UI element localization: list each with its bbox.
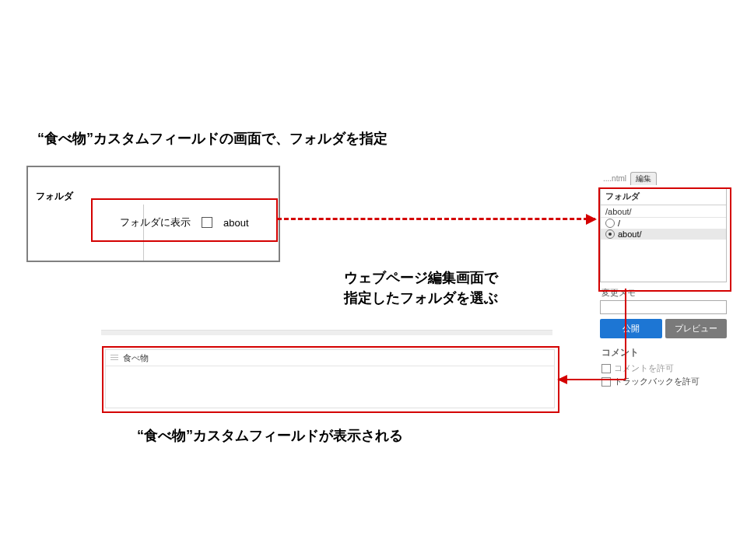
heading-3: “食べ物”カスタムフィールドが表示される [137, 426, 403, 445]
heading-2-line1: ウェブページ編集画面で [344, 270, 498, 285]
display-in-folder-row: フォルダに表示 about [120, 215, 249, 229]
folder-option-about[interactable]: about/ [601, 229, 726, 240]
tab-row: ....ntml 編集 [600, 172, 727, 186]
allow-trackback-row[interactable]: トラックバックを許可 [601, 376, 727, 387]
connector-vertical [625, 289, 626, 380]
folder-panel: フォルダ /about/ / about/ [600, 187, 727, 282]
about-checkbox[interactable] [202, 217, 212, 228]
about-checkbox-label: about [223, 217, 249, 229]
allow-comment-checkbox[interactable] [601, 364, 611, 373]
canvas: “食べ物”カスタムフィールドの画面で、フォルダを指定 フォルダ フォルダに表示 … [0, 0, 747, 560]
arrow-solid-left [559, 379, 626, 380]
folder-path: /about/ [601, 205, 726, 218]
panel-divider [143, 205, 144, 261]
change-memo-input[interactable] [600, 300, 727, 314]
tab-edit[interactable]: 編集 [630, 172, 657, 185]
action-button-row: 公開 プレビュー [600, 319, 727, 338]
custom-field-folder-panel: フォルダ フォルダに表示 about [26, 166, 280, 262]
content-divider [101, 330, 552, 335]
radio-about[interactable] [605, 229, 615, 239]
comment-section-header: コメント [601, 346, 727, 359]
radio-root[interactable] [605, 219, 615, 228]
heading-2-line2: 指定したフォルダを選ぶ [344, 290, 498, 306]
folder-list: / about/ [601, 218, 726, 282]
filename-truncated: ....ntml [603, 174, 626, 183]
webpage-edit-sidebar: ....ntml 編集 フォルダ /about/ / about/ 変更メモ 公… [600, 172, 727, 389]
folder-option-root[interactable]: / [601, 218, 726, 229]
change-memo-label: 変更メモ [601, 287, 727, 299]
food-field-header: 食べ物 [106, 350, 554, 366]
folder-panel-header: フォルダ [601, 188, 726, 205]
publish-button[interactable]: 公開 [600, 319, 662, 338]
allow-trackback-label: トラックバックを許可 [614, 376, 700, 387]
folder-option-about-label: about/ [618, 229, 642, 239]
folder-label: フォルダ [36, 190, 73, 203]
food-custom-field: 食べ物 [105, 349, 555, 408]
allow-comment-label: コメントを許可 [614, 362, 674, 374]
heading-1: “食べ物”カスタムフィールドの画面で、フォルダを指定 [37, 129, 388, 148]
drag-handle-icon[interactable] [110, 355, 118, 361]
arrow-dashed-right [277, 218, 595, 220]
folder-option-root-label: / [618, 219, 620, 228]
display-in-folder-label: フォルダに表示 [120, 215, 191, 229]
heading-2: ウェブページ編集画面で 指定したフォルダを選ぶ [344, 268, 498, 308]
food-field-title: 食べ物 [123, 352, 149, 364]
allow-comment-row[interactable]: コメントを許可 [601, 362, 727, 374]
preview-button[interactable]: プレビュー [665, 319, 728, 338]
